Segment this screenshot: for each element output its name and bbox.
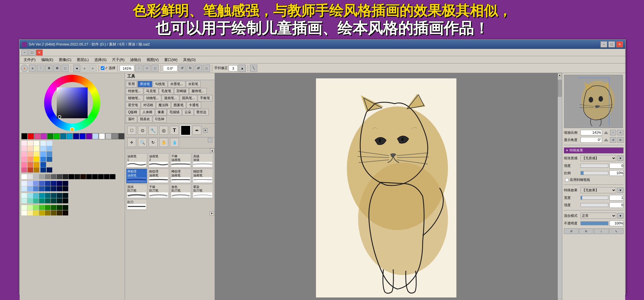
paper-texture-select[interactable]: 【无质感】 xyxy=(581,155,616,161)
nb14[interactable] xyxy=(51,186,56,191)
color-black-swatch[interactable] xyxy=(181,125,191,135)
scroll-thumb[interactable] xyxy=(558,80,562,97)
tool-pen[interactable]: ✒ xyxy=(192,126,201,135)
tl6[interactable] xyxy=(51,193,56,198)
tl2[interactable] xyxy=(27,193,33,198)
nb10[interactable] xyxy=(27,186,33,191)
swatch-purple[interactable] xyxy=(86,133,92,139)
angle-cw-btn[interactable]: ↻ xyxy=(617,137,623,143)
tool-slash[interactable]: ╲ xyxy=(250,65,257,72)
brush-knife1[interactable]: 混润刮刀笔 xyxy=(126,184,147,199)
swatch-gray[interactable] xyxy=(112,133,118,139)
g14[interactable] xyxy=(98,174,104,179)
gr1[interactable] xyxy=(21,205,27,210)
pal13[interactable] xyxy=(34,141,39,146)
g12[interactable] xyxy=(86,174,92,179)
tab-chinese[interactable]: 国风笔... xyxy=(180,95,197,101)
nb15[interactable] xyxy=(57,186,62,191)
pal16[interactable] xyxy=(34,157,39,162)
g15[interactable] xyxy=(104,174,110,179)
special-effect2-arrow[interactable]: ▼ xyxy=(617,187,623,193)
nav-prev[interactable]: ◄ xyxy=(73,65,80,72)
bottom-btn-4[interactable]: ⤡ xyxy=(609,228,624,234)
gr5[interactable] xyxy=(45,205,51,210)
brush-oil1[interactable]: 油画笔1 xyxy=(126,153,147,168)
nb1[interactable] xyxy=(21,181,27,186)
inner-close[interactable]: ✕ xyxy=(36,49,43,56)
bottom-btn-1[interactable]: ↺ xyxy=(564,228,579,234)
nb3[interactable] xyxy=(33,181,39,186)
brush-knife3[interactable]: 放色刮刀笔 xyxy=(170,184,191,199)
zoom-plus-btn[interactable]: ＋ xyxy=(617,130,623,135)
nb12[interactable] xyxy=(39,186,45,191)
scroll-down-1[interactable]: ▼ xyxy=(203,128,208,133)
ratio-input[interactable] xyxy=(609,170,623,176)
zoom-minus-btn[interactable]: － xyxy=(610,130,616,135)
pal10[interactable] xyxy=(28,157,33,162)
nb8[interactable] xyxy=(63,181,68,186)
pal-b12[interactable] xyxy=(47,167,52,172)
tool-grid[interactable]: ⊞ xyxy=(53,65,61,72)
tl12[interactable] xyxy=(39,198,45,203)
color-wheel-area[interactable] xyxy=(21,75,123,131)
swatch-navy[interactable] xyxy=(73,133,79,139)
scroll-down-arrow[interactable]: ▼ xyxy=(558,299,562,300)
pal-b10[interactable] xyxy=(47,157,52,162)
nb13[interactable] xyxy=(45,186,51,191)
brush-thick4[interactable]: 细纹理油画笔 xyxy=(192,169,213,183)
scroll-right[interactable] xyxy=(208,138,212,142)
nb4[interactable] xyxy=(39,181,45,186)
tl1[interactable] xyxy=(21,193,27,198)
menu-image[interactable]: 图像(C) xyxy=(56,57,74,63)
g9[interactable] xyxy=(69,174,74,179)
pal1[interactable] xyxy=(21,141,27,146)
g8[interactable] xyxy=(63,174,68,179)
g4[interactable] xyxy=(39,174,45,179)
close-button[interactable]: ✕ xyxy=(616,41,623,47)
angle-square[interactable]: □ xyxy=(203,65,210,72)
gr15[interactable] xyxy=(57,210,62,215)
brush-dry[interactable]: 干棒油画笔 xyxy=(170,153,191,168)
apply-line-checkbox[interactable] xyxy=(565,178,569,182)
gr6[interactable] xyxy=(51,205,56,210)
tab-cartoon[interactable]: 卡通笔 xyxy=(186,102,201,108)
preview-thumbnail[interactable] xyxy=(564,75,623,128)
swatch-darkgray[interactable] xyxy=(118,133,124,139)
nav-next1[interactable]: ► xyxy=(81,65,88,72)
zoom-plus[interactable]: ＋ xyxy=(143,65,151,72)
tl9[interactable] xyxy=(21,198,27,203)
nb16[interactable] xyxy=(63,186,68,191)
menu-view[interactable]: 视图(V) xyxy=(144,57,161,63)
tab-plant[interactable]: 植物笔... xyxy=(126,95,143,101)
gr8[interactable] xyxy=(63,205,68,210)
pal3[interactable] xyxy=(21,151,27,156)
tool-lines2[interactable]: ⋮ xyxy=(37,65,44,72)
tool-lines[interactable]: ≡ xyxy=(29,65,36,72)
ratio-slider[interactable] xyxy=(581,171,608,175)
tab-ink[interactable]: 水墨笔... xyxy=(168,81,185,87)
paper-texture-arrow[interactable]: ▼ xyxy=(617,155,623,161)
shake-btn[interactable]: ▲ xyxy=(238,65,246,72)
angle-reset[interactable]: ↺ xyxy=(178,65,186,72)
gr12[interactable] xyxy=(39,210,45,215)
brush-thick3[interactable]: 稀纹理油画笔 xyxy=(170,169,191,183)
brush-thick1[interactable]: 厚粗理油画笔 xyxy=(126,169,147,183)
tab-cloud[interactable]: 云朵 xyxy=(182,109,194,115)
tab-fluffy[interactable]: 毛绒绒 xyxy=(167,109,182,115)
tab-journal[interactable]: 手账笔 xyxy=(198,95,212,101)
tool-text[interactable]: T xyxy=(170,126,179,135)
tl8[interactable] xyxy=(63,193,68,198)
brush-knife4[interactable]: 晕染刮刀笔 xyxy=(192,184,213,199)
maximize-button[interactable]: □ xyxy=(608,41,615,47)
pal-b2[interactable] xyxy=(40,146,46,151)
menu-layer[interactable]: 图层(L) xyxy=(74,57,92,63)
nb7[interactable] xyxy=(57,181,62,186)
minimize-button[interactable]: － xyxy=(600,41,607,47)
angle-ccw-btn[interactable]: ↺ xyxy=(610,137,616,143)
menu-window[interactable]: 窗口(W) xyxy=(161,57,180,63)
tool-square[interactable]: □ xyxy=(62,65,69,72)
pal8[interactable] xyxy=(28,146,33,151)
zoom-input[interactable]: 141% xyxy=(581,130,602,135)
brush-scroll-down[interactable]: ▼ xyxy=(210,211,214,216)
swatch-black[interactable] xyxy=(21,133,28,139)
